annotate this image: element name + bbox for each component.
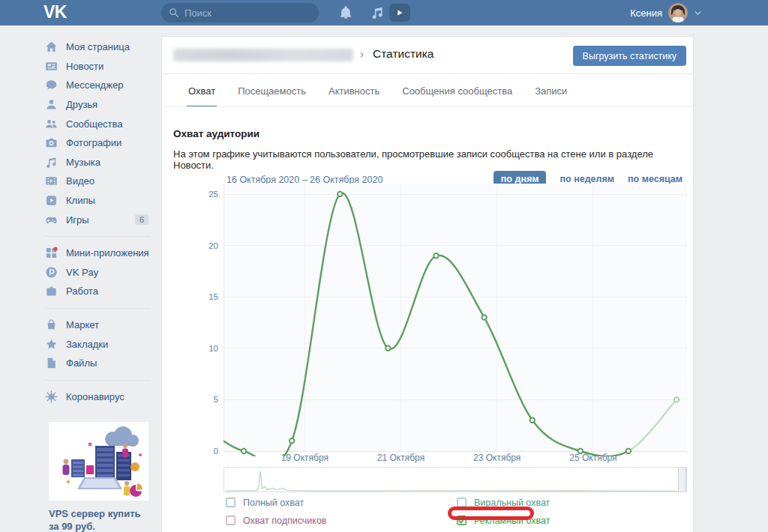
svg-text:25: 25 [208, 190, 218, 199]
ad-title[interactable]: VPS сервер купить за 99 руб. [49, 507, 148, 532]
sidebar-ad[interactable]: VPS сервер купить за 99 руб. [49, 422, 148, 532]
legend-label: Рекламный охват [474, 516, 550, 526]
minimap-sparkline [224, 468, 686, 492]
sidebar-item-label: Новости [66, 61, 104, 72]
sidebar-item-files[interactable]: Файлы [45, 354, 150, 373]
export-statistics-button[interactable]: Выгрузить статистику [573, 46, 686, 66]
section-description: На этом графике учитываются пользователи… [173, 148, 687, 171]
sidebar-item-messenger[interactable]: Мессенджер [45, 76, 150, 95]
breadcrumb-separator: › [360, 47, 364, 60]
svg-text:19 Октября: 19 Октября [281, 453, 328, 463]
sidebar-item-label: Сообщества [66, 118, 123, 130]
sidebar-divider [45, 380, 150, 381]
sidebar-item-mini-apps[interactable]: Мини-приложения [45, 244, 150, 263]
chart-minimap[interactable] [224, 467, 687, 492]
tab-posts[interactable]: Записи [533, 74, 568, 107]
sidebar-item-coronavirus[interactable]: Коронавирус [45, 387, 150, 407]
play-icon [395, 8, 404, 17]
legend-item-subscribers-reach[interactable]: Охват подписчиков [226, 515, 457, 526]
user-name: Ксения [630, 7, 662, 19]
sidebar-item-communities[interactable]: Сообщества [45, 114, 150, 133]
sidebar-item-label: Друзья [66, 99, 98, 110]
chart-legend: Полный охватВиральный охватОхват подписч… [226, 497, 550, 526]
market-icon [45, 318, 58, 331]
breadcrumb-community-name-blurred[interactable] [173, 49, 353, 61]
apps-icon [45, 247, 58, 259]
ad-image[interactable] [49, 422, 148, 501]
search-box[interactable] [161, 3, 319, 22]
section-title: Охват аудитории [173, 128, 260, 139]
files-icon [45, 357, 58, 369]
user-menu[interactable]: Ксения [630, 3, 702, 22]
photos-icon [45, 136, 58, 149]
sidebar-item-bookmarks[interactable]: Закладки [45, 334, 150, 354]
legend-label: Охват подписчиков [243, 516, 327, 526]
sidebar-item-label: Мессенджер [66, 79, 123, 91]
communities-icon [45, 118, 58, 130]
tab-bar: ОхватПосещаемостьАктивностьСообщения соо… [187, 74, 568, 107]
legend-checkbox-subscribers-reach[interactable] [226, 516, 236, 525]
legend-checkbox-full-reach[interactable] [226, 498, 236, 507]
mode-button-by-month[interactable]: по месяцам [628, 174, 682, 184]
sidebar-item-label: Моя страница [66, 41, 130, 52]
sidebar-divider [45, 236, 150, 237]
sidebar-item-photos[interactable]: Фотографии [45, 133, 150, 153]
sidebar-item-market[interactable]: Маркет [45, 315, 150, 335]
svg-text:0: 0 [214, 447, 218, 456]
sidebar-item-label: Игры [66, 214, 89, 226]
topbar: VK Ксения [0, 0, 768, 25]
sidebar-item-label: Файлы [66, 357, 97, 369]
legend-checkbox-viral-reach[interactable] [457, 498, 466, 507]
sidebar-item-games[interactable]: Игры6 [45, 210, 150, 229]
page-title: Статистика [373, 47, 434, 61]
svg-text:23 Октября: 23 Октября [473, 453, 520, 463]
sidebar-item-label: Коронавирус [66, 391, 124, 402]
sidebar-item-friends[interactable]: Друзья [45, 95, 150, 115]
legend-item-full-reach[interactable]: Полный охват [226, 497, 457, 508]
sidebar-item-badge: 6 [135, 214, 148, 225]
sidebar-item-label: Клипы [66, 195, 95, 206]
vk-logo[interactable]: VK [44, 2, 67, 22]
sidebar-item-vk-pay[interactable]: VK Pay [45, 263, 150, 282]
clips-icon [45, 194, 58, 207]
video-play-button[interactable] [389, 4, 410, 22]
statistics-card: › Статистика Выгрузить статистику ОхватП… [161, 36, 694, 532]
sidebar-item-jobs[interactable]: Работа [45, 282, 150, 301]
sidebar-item-label: Фотографии [66, 137, 122, 148]
reach-chart[interactable]: 051015202519 Октября21 Октября23 Октября… [203, 184, 687, 465]
tabs-divider [162, 106, 693, 107]
vkpay-icon [45, 266, 58, 279]
svg-text:5: 5 [214, 395, 218, 404]
mode-button-by-week[interactable]: по неделям [560, 174, 614, 184]
chevron-down-icon [694, 9, 702, 17]
friends-icon [45, 98, 58, 111]
sidebar-item-label: Работа [66, 285, 98, 297]
sidebar: Моя страницаНовостиМессенджерДрузьяСообщ… [45, 37, 150, 406]
legend-label: Виральный охват [474, 498, 550, 508]
news-icon [45, 60, 58, 73]
legend-item-viral-reach[interactable]: Виральный охват [457, 497, 550, 508]
tab-reach[interactable]: Охват [187, 74, 217, 107]
legend-label: Полный охват [243, 498, 304, 508]
sidebar-item-clips[interactable]: Клипы [45, 191, 150, 211]
sidebar-item-label: Маркет [66, 319, 99, 330]
tab-activity[interactable]: Активность [327, 74, 381, 107]
svg-text:21 Октября: 21 Октября [377, 453, 424, 463]
bookmarks-icon [45, 338, 58, 351]
music-note-icon[interactable] [370, 6, 384, 19]
messenger-icon [45, 79, 58, 91]
sidebar-item-label: Мини-приложения [66, 247, 149, 259]
legend-checkbox-ad-reach[interactable] [457, 516, 466, 525]
minimap-scroll-handle[interactable] [678, 468, 686, 492]
sidebar-item-news[interactable]: Новости [45, 57, 150, 76]
tab-community-messages[interactable]: Сообщения сообщества [400, 74, 514, 107]
sidebar-item-video[interactable]: Видео [45, 172, 150, 191]
sidebar-item-music[interactable]: Музыка [45, 153, 150, 172]
sidebar-item-label: Видео [66, 175, 94, 187]
sidebar-item-my-page[interactable]: Моя страница [45, 37, 150, 57]
tab-visitors[interactable]: Посещаемость [236, 74, 308, 107]
legend-item-ad-reach[interactable]: Рекламный охват [457, 515, 550, 526]
notifications-bell-icon[interactable] [339, 6, 352, 19]
avatar [668, 3, 688, 22]
search-input[interactable] [184, 7, 311, 19]
